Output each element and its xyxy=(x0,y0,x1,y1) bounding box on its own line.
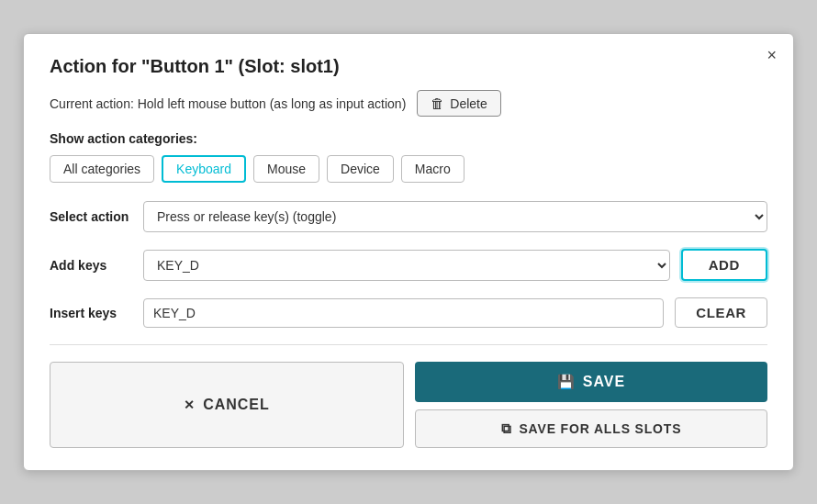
trash-icon xyxy=(431,95,444,111)
save-button[interactable]: SAVE xyxy=(415,362,767,402)
delete-button[interactable]: Delete xyxy=(417,90,500,117)
copy-icon xyxy=(501,420,512,437)
add-keys-dropdown[interactable]: KEY_D xyxy=(143,250,670,281)
delete-button-label: Delete xyxy=(450,96,487,111)
select-action-label: Select action xyxy=(50,209,132,224)
dialog-title: Action for "Button 1" (Slot: slot1) xyxy=(50,56,767,77)
add-keys-row: Add keys KEY_D ADD xyxy=(50,249,767,281)
close-button[interactable]: × xyxy=(767,47,777,63)
x-icon xyxy=(184,397,196,413)
insert-keys-input[interactable] xyxy=(143,298,664,328)
footer-actions: CANCEL SAVE SAVE FOR ALLS SLOTS xyxy=(50,362,767,448)
category-mouse[interactable]: Mouse xyxy=(253,155,319,183)
select-action-dropdown[interactable]: Press or release key(s) (toggle) xyxy=(143,201,767,232)
add-keys-label: Add keys xyxy=(50,258,132,273)
save-label: SAVE xyxy=(583,374,625,390)
save-all-label: SAVE FOR ALLS SLOTS xyxy=(519,421,681,436)
clear-button[interactable]: CLEAR xyxy=(675,297,767,328)
divider xyxy=(50,344,767,345)
category-keyboard[interactable]: Keyboard xyxy=(162,155,246,183)
select-action-row: Select action Press or release key(s) (t… xyxy=(50,201,767,232)
category-macro[interactable]: Macro xyxy=(401,155,464,183)
insert-keys-row: Insert keys CLEAR xyxy=(50,297,767,328)
cancel-button[interactable]: CANCEL xyxy=(50,362,404,448)
cancel-label: CANCEL xyxy=(203,397,269,413)
current-action-row: Current action: Hold left mouse button (… xyxy=(50,90,767,117)
category-device[interactable]: Device xyxy=(327,155,394,183)
category-all-categories[interactable]: All categories xyxy=(50,155,154,183)
save-icon xyxy=(557,374,576,390)
category-buttons-row: All categories Keyboard Mouse Device Mac… xyxy=(50,155,767,183)
dialog: × Action for "Button 1" (Slot: slot1) Cu… xyxy=(23,33,794,471)
current-action-text: Current action: Hold left mouse button (… xyxy=(50,96,406,111)
insert-keys-label: Insert keys xyxy=(50,306,132,320)
save-column: SAVE SAVE FOR ALLS SLOTS xyxy=(415,362,767,448)
categories-section-label: Show action categories: xyxy=(50,131,767,146)
save-all-button[interactable]: SAVE FOR ALLS SLOTS xyxy=(415,409,767,448)
add-button[interactable]: ADD xyxy=(681,249,767,281)
